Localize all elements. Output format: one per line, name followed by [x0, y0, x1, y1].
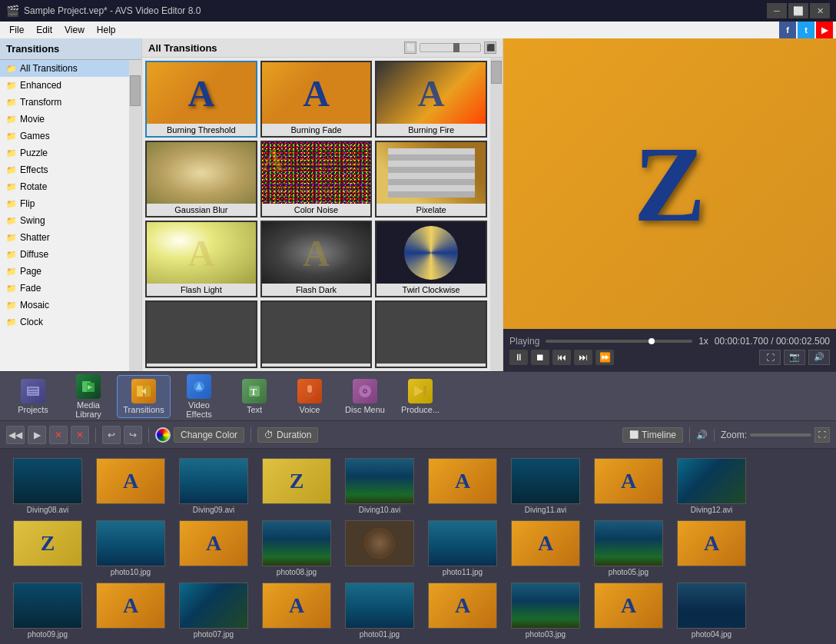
menu-edit[interactable]: Edit: [30, 22, 58, 38]
size-slider[interactable]: [420, 43, 481, 52]
produce-button[interactable]: Produce...: [393, 375, 447, 418]
prev-button[interactable]: ⏮: [552, 350, 571, 365]
media-item-transition-3[interactable]: A: [424, 458, 501, 514]
media-item-photo09[interactable]: photo09.jpg: [9, 583, 86, 639]
media-item-diving10[interactable]: Diving10.avi: [341, 458, 418, 514]
disc-menu-button[interactable]: Disc Menu: [338, 375, 392, 418]
sidebar-item-rotate[interactable]: 📁 Rotate: [0, 178, 129, 195]
media-item-transition-10[interactable]: A: [92, 583, 169, 639]
media-item-photo07[interactable]: photo07.jpg: [175, 583, 252, 639]
media-item-photo03[interactable]: photo03.jpg: [507, 583, 584, 639]
grid-scroll-thumb[interactable]: [491, 61, 502, 84]
timeline-view-toggle[interactable]: ⬜ Timeline: [622, 427, 683, 443]
playback-thumb[interactable]: [649, 338, 655, 344]
transition-flash-dark[interactable]: Flash Dark: [260, 221, 373, 297]
change-color-circle[interactable]: [155, 427, 171, 443]
media-item-diving08[interactable]: Diving08.avi: [9, 458, 86, 514]
sidebar-item-shatter[interactable]: 📁 Shatter: [0, 229, 129, 246]
fast-forward-button[interactable]: ⏩: [595, 350, 614, 365]
scroll-thumb[interactable]: [130, 75, 141, 106]
media-item-photo01[interactable]: photo01.jpg: [341, 583, 418, 639]
grid-scrollbar[interactable]: [490, 58, 503, 371]
play-pause-button[interactable]: ⏸: [509, 350, 528, 365]
media-item-photo10[interactable]: photo10.jpg: [92, 520, 169, 576]
media-library-button[interactable]: Media Library: [61, 375, 115, 418]
media-item-transition-4[interactable]: A: [590, 458, 667, 514]
transition-burning-threshold[interactable]: Burning Threshold: [145, 61, 257, 138]
menu-view[interactable]: View: [58, 22, 91, 38]
media-item-transition-13[interactable]: A: [590, 583, 667, 639]
redo-button[interactable]: ↪: [124, 426, 142, 444]
sidebar-item-transform[interactable]: 📁 Transform: [0, 94, 129, 111]
timeline-play-button[interactable]: ▶: [28, 426, 46, 444]
media-item-transition-1[interactable]: A: [92, 458, 169, 514]
sidebar-item-movie[interactable]: 📁 Movie: [0, 111, 129, 128]
media-item-photo11[interactable]: photo11.jpg: [424, 520, 501, 576]
minimize-button[interactable]: ─: [767, 3, 787, 18]
media-item-transition-7[interactable]: [341, 520, 418, 576]
undo-button[interactable]: ↩: [102, 426, 121, 444]
transition-burning-fade[interactable]: Burning Fade: [260, 61, 373, 138]
menu-help[interactable]: Help: [91, 22, 122, 38]
sidebar-item-effects[interactable]: 📁 Effects: [0, 161, 129, 178]
fullscreen-button[interactable]: ⛶: [759, 350, 781, 365]
timeline-back-button[interactable]: ◀◀: [6, 426, 25, 444]
media-item-transition-12[interactable]: A: [424, 583, 501, 639]
media-item-diving09[interactable]: Diving09.avi: [175, 458, 252, 514]
facebook-button[interactable]: f: [779, 22, 796, 38]
playback-progress-bar[interactable]: [546, 340, 692, 343]
timeline-cancel-button[interactable]: ✕: [49, 426, 68, 444]
twitter-button[interactable]: t: [798, 22, 814, 38]
transition-extra-3[interactable]: [375, 300, 487, 368]
small-view-button[interactable]: ⬜: [404, 41, 416, 54]
transition-flash-light[interactable]: Flash Light: [145, 221, 257, 297]
sidebar-item-diffuse[interactable]: 📁 Diffuse: [0, 246, 129, 263]
media-item-transition-2[interactable]: Z: [258, 458, 335, 514]
sidebar-item-all-transitions[interactable]: 📁 All Transitions: [0, 60, 129, 77]
youtube-button[interactable]: ▶: [816, 22, 833, 38]
transition-color-noise[interactable]: A Color Noise: [260, 141, 373, 217]
sidebar-item-mosaic[interactable]: 📁 Mosaic: [0, 297, 129, 314]
media-item-transition-8[interactable]: A: [507, 520, 584, 576]
menu-file[interactable]: File: [3, 22, 30, 38]
size-slider-thumb[interactable]: [453, 43, 459, 52]
sidebar-item-fade[interactable]: 📁 Fade: [0, 280, 129, 297]
media-item-transition-6[interactable]: A: [175, 520, 252, 576]
next-button[interactable]: ⏭: [574, 350, 592, 365]
media-item-diving11[interactable]: Diving11.avi: [507, 458, 584, 514]
transition-gaussian-blur[interactable]: Gaussian Blur: [145, 141, 257, 217]
left-scrollbar[interactable]: [129, 60, 141, 371]
large-view-button[interactable]: ⬛: [484, 41, 496, 54]
volume-button[interactable]: 🔊: [808, 350, 830, 365]
sidebar-item-swing[interactable]: 📁 Swing: [0, 212, 129, 229]
projects-button[interactable]: Projects: [6, 375, 60, 418]
sidebar-item-flip[interactable]: 📁 Flip: [0, 195, 129, 212]
transition-twirl-clockwise[interactable]: Twirl Clockwise: [375, 221, 487, 297]
media-item-photo08[interactable]: photo08.jpg: [258, 520, 335, 576]
transitions-button[interactable]: Transitions: [117, 375, 171, 418]
transition-burning-fire[interactable]: Burning Fire: [375, 61, 487, 138]
media-item-transition-11[interactable]: A: [258, 583, 335, 639]
video-effects-button[interactable]: Video Effects: [172, 375, 226, 418]
text-button[interactable]: T Text: [227, 375, 281, 418]
close-button[interactable]: ✕: [810, 3, 830, 18]
transition-extra-1[interactable]: [145, 300, 257, 368]
sidebar-item-games[interactable]: 📁 Games: [0, 128, 129, 144]
sidebar-item-enhanced[interactable]: 📁 Enhanced: [0, 77, 129, 94]
stop-button[interactable]: ⏹: [531, 350, 549, 365]
media-item-transition-9[interactable]: A: [673, 520, 750, 576]
change-color-button[interactable]: Change Color: [174, 427, 244, 443]
snapshot-button[interactable]: 📷: [784, 350, 805, 365]
voice-button[interactable]: Voice: [283, 375, 337, 418]
duration-button[interactable]: ⏱ Duration: [257, 427, 318, 443]
transition-pixelate[interactable]: Pixelate: [375, 141, 487, 217]
expand-button[interactable]: ⛶: [814, 427, 830, 443]
restore-button[interactable]: ⬜: [788, 3, 808, 18]
timeline-delete-button[interactable]: ✕: [71, 426, 89, 444]
sidebar-item-puzzle[interactable]: 📁 Puzzle: [0, 144, 129, 161]
media-item-photo04[interactable]: photo04.jpg: [673, 583, 750, 639]
media-item-transition-5[interactable]: Z: [9, 520, 86, 576]
media-item-diving12[interactable]: Diving12.avi: [673, 458, 750, 514]
transition-extra-2[interactable]: [260, 300, 373, 368]
sidebar-item-page[interactable]: 📁 Page: [0, 263, 129, 280]
